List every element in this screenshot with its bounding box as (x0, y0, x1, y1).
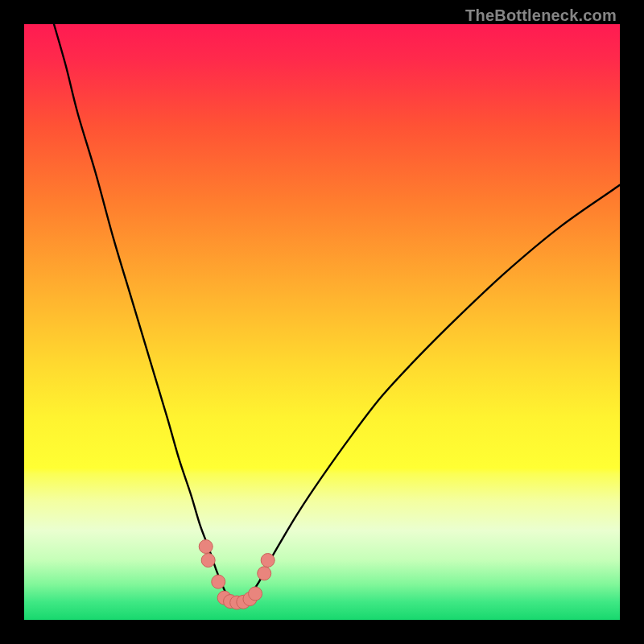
data-marker (261, 554, 275, 568)
gradient-background (24, 24, 620, 620)
data-marker (212, 575, 225, 588)
data-marker (199, 539, 213, 553)
data-marker (249, 587, 262, 601)
chart-stage: TheBottleneck.com (0, 0, 644, 644)
data-marker (258, 567, 271, 580)
watermark-text: TheBottleneck.com (465, 6, 617, 25)
bottleneck-chart (24, 24, 620, 620)
plot-area (24, 24, 620, 620)
data-marker (201, 554, 215, 568)
